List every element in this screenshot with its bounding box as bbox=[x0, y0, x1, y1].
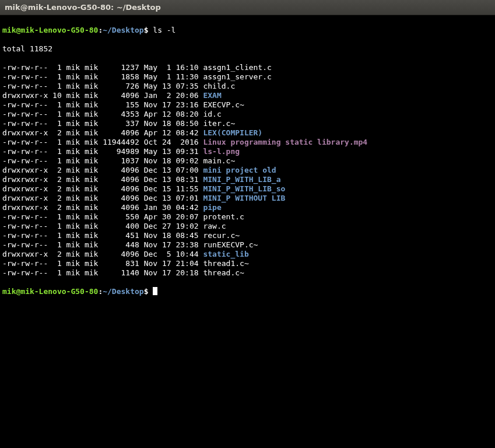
col-owner: mik bbox=[62, 184, 80, 193]
col-size: 4096 bbox=[98, 166, 139, 174]
col-day: 1 bbox=[157, 72, 171, 81]
col-group: mik bbox=[80, 128, 98, 137]
col-month: Jan bbox=[139, 203, 157, 212]
col-links: 2 bbox=[48, 128, 61, 137]
col-time: 23:16 bbox=[171, 100, 199, 109]
col-month: Nov bbox=[139, 231, 157, 240]
col-filename: LEX(COMPILER) bbox=[199, 128, 263, 137]
col-filename: recur.c~ bbox=[199, 231, 240, 240]
col-owner: mik bbox=[62, 110, 80, 118]
total-line: total 11852 bbox=[2, 44, 493, 54]
col-size: 4096 bbox=[98, 91, 139, 100]
col-links: 1 bbox=[48, 147, 61, 156]
prompt-user-host: mik@mik-Lenovo-G50-80 bbox=[2, 287, 98, 296]
col-day: 30 bbox=[157, 212, 171, 221]
col-permissions: drwxrwxr-x bbox=[2, 175, 48, 184]
prompt-sigil: $ bbox=[144, 26, 153, 34]
col-links: 1 bbox=[48, 72, 61, 81]
file-listing: -rw-rw-r-- 1 mik mik 1237 May 1 16:10 as… bbox=[2, 63, 493, 278]
listing-row: -rw-rw-r-- 1 mik mik 1037 Nov 18 09:02 m… bbox=[2, 156, 493, 166]
col-month: May bbox=[139, 63, 157, 72]
col-size: 4096 bbox=[98, 175, 139, 184]
col-day: 17 bbox=[157, 259, 171, 268]
col-links: 1 bbox=[48, 82, 61, 90]
col-group: mik bbox=[80, 231, 98, 240]
col-links: 1 bbox=[48, 119, 61, 128]
col-permissions: -rw-rw-r-- bbox=[2, 119, 48, 128]
col-month: Oct bbox=[139, 138, 157, 146]
col-size: 94989 bbox=[98, 147, 139, 156]
prompt-sigil: $ bbox=[144, 287, 153, 296]
col-month: Apr bbox=[139, 110, 157, 118]
col-size: 400 bbox=[98, 222, 139, 230]
col-permissions: drwxrwxr-x bbox=[2, 91, 48, 100]
listing-row: -rw-rw-r-- 1 mik mik 550 Apr 30 20:07 pr… bbox=[2, 212, 493, 222]
col-owner: mik bbox=[62, 250, 80, 258]
col-permissions: -rw-rw-r-- bbox=[2, 110, 48, 118]
col-permissions: -rw-rw-r-- bbox=[2, 231, 48, 240]
terminal-area[interactable]: mik@mik-Lenovo-G50-80:~/Desktop$ ls -l t… bbox=[0, 15, 495, 308]
col-day: 13 bbox=[157, 194, 171, 202]
col-size: 550 bbox=[98, 212, 139, 221]
col-filename: thread.c~ bbox=[199, 268, 244, 277]
col-permissions: -rw-rw-r-- bbox=[2, 72, 48, 81]
col-time: 20:18 bbox=[171, 268, 199, 277]
prompt-path: ~/Desktop bbox=[103, 26, 143, 34]
listing-row: -rw-rw-r-- 1 mik mik 1140 Nov 17 20:18 t… bbox=[2, 268, 493, 278]
col-links: 1 bbox=[48, 100, 61, 109]
col-time: 11:30 bbox=[171, 72, 199, 81]
col-size: 4096 bbox=[98, 194, 139, 202]
col-filename: EXECVP.c~ bbox=[199, 100, 244, 109]
col-time: 07:35 bbox=[171, 82, 199, 90]
col-size: 11944492 bbox=[98, 138, 139, 146]
col-month: Dec bbox=[139, 222, 157, 230]
col-day: 18 bbox=[157, 231, 171, 240]
col-month: May bbox=[139, 147, 157, 156]
col-time: 09:02 bbox=[171, 156, 199, 165]
col-month: Nov bbox=[139, 119, 157, 128]
prompt-user-host: mik@mik-Lenovo-G50-80 bbox=[2, 26, 98, 34]
col-day: 17 bbox=[157, 240, 171, 249]
col-day: 2 bbox=[157, 91, 171, 100]
col-owner: mik bbox=[62, 128, 80, 137]
col-permissions: drwxrwxr-x bbox=[2, 194, 48, 202]
col-month: Dec bbox=[139, 166, 157, 174]
col-size: 451 bbox=[98, 231, 139, 240]
listing-row: -rw-rw-r-- 1 mik mik 400 Dec 27 19:02 ra… bbox=[2, 222, 493, 231]
col-group: mik bbox=[80, 147, 98, 156]
col-month: Apr bbox=[139, 212, 157, 221]
col-owner: mik bbox=[62, 91, 80, 100]
listing-row: -rw-rw-r-- 1 mik mik 726 May 13 07:35 ch… bbox=[2, 82, 493, 91]
col-permissions: -rw-rw-r-- bbox=[2, 212, 48, 221]
col-owner: mik bbox=[62, 63, 80, 72]
col-size: 448 bbox=[98, 240, 139, 249]
col-owner: mik bbox=[62, 138, 80, 146]
col-links: 1 bbox=[48, 63, 61, 72]
col-group: mik bbox=[80, 175, 98, 184]
window-titlebar[interactable]: mik@mik-Lenovo-G50-80: ~/Desktop bbox=[0, 0, 495, 15]
col-day: 18 bbox=[157, 119, 171, 128]
col-links: 2 bbox=[48, 194, 61, 202]
col-size: 831 bbox=[98, 259, 139, 268]
col-permissions: drwxrwxr-x bbox=[2, 184, 48, 193]
col-permissions: -rw-rw-r-- bbox=[2, 222, 48, 230]
col-size: 4353 bbox=[98, 110, 139, 118]
col-day: 18 bbox=[157, 156, 171, 165]
col-month: Apr bbox=[139, 128, 157, 137]
col-group: mik bbox=[80, 222, 98, 230]
listing-row: drwxrwxr-x 2 mik mik 4096 Dec 13 07:01 M… bbox=[2, 194, 493, 203]
col-time: 10:44 bbox=[171, 250, 199, 258]
col-links: 1 bbox=[48, 222, 61, 230]
col-permissions: -rw-rw-r-- bbox=[2, 82, 48, 90]
col-owner: mik bbox=[62, 240, 80, 249]
col-month: Dec bbox=[139, 184, 157, 193]
col-group: mik bbox=[80, 156, 98, 165]
col-month: Dec bbox=[139, 250, 157, 258]
col-time: 23:38 bbox=[171, 240, 199, 249]
col-permissions: -rw-rw-r-- bbox=[2, 268, 48, 277]
col-links: 1 bbox=[48, 240, 61, 249]
col-filename: EXAM bbox=[199, 91, 222, 100]
col-owner: mik bbox=[62, 100, 80, 109]
next-prompt-line[interactable]: mik@mik-Lenovo-G50-80:~/Desktop$ bbox=[2, 287, 493, 296]
listing-row: -rw-rw-r-- 1 mik mik 448 Nov 17 23:38 ru… bbox=[2, 240, 493, 250]
